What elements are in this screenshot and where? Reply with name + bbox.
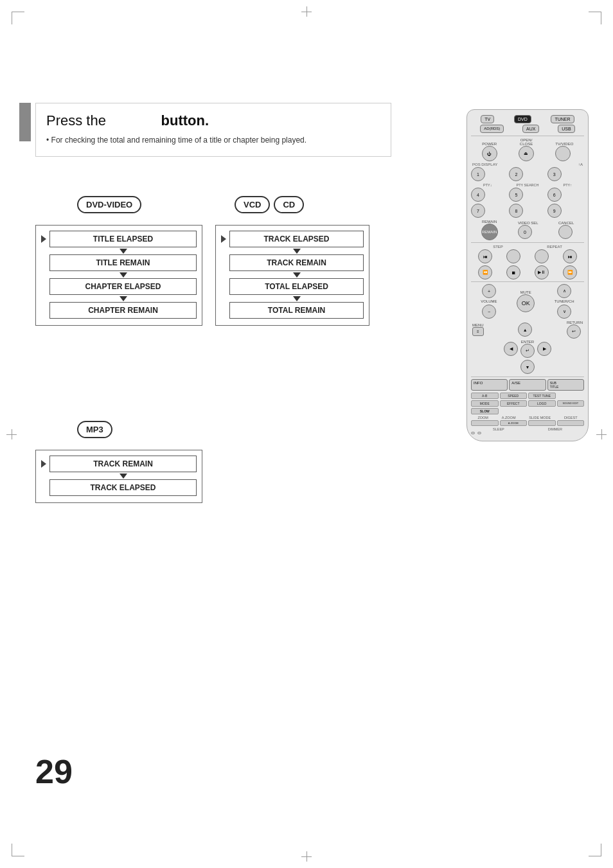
tuner-down-button[interactable]: ∨: [557, 305, 571, 319]
slide-mode-button[interactable]: [528, 420, 556, 426]
btn-4[interactable]: 4: [471, 188, 485, 202]
rds-button[interactable]: AD(RDS): [480, 125, 504, 133]
tv-button[interactable]: TV: [481, 115, 494, 123]
vcd-arrow-right-icon: [221, 235, 226, 243]
mp3-panel: MP3 TRACK REMAIN: [35, 421, 202, 503]
num-grid-2: 4 5 6: [471, 188, 584, 202]
extra-row-3: SLOW: [471, 408, 584, 414]
nav-left-button[interactable]: ◀: [504, 342, 518, 356]
vcd-badge: VCD: [235, 196, 270, 213]
azoom-button[interactable]: A.ZOOM: [500, 420, 528, 426]
mute-ok-button[interactable]: OK: [517, 294, 535, 312]
skip-back-button[interactable]: ⏪: [478, 265, 492, 279]
btn-3[interactable]: 3: [547, 167, 562, 181]
btn-8[interactable]: 8: [509, 204, 523, 218]
ab-button[interactable]: A-B: [471, 393, 499, 399]
stop-button[interactable]: ⏹: [506, 265, 520, 279]
menu-button[interactable]: ≡: [472, 327, 484, 336]
arrow-down-3: [41, 296, 197, 301]
step-label: STEP: [493, 245, 503, 249]
prev-button[interactable]: ⏮: [478, 249, 492, 263]
nav-cross-row: ◀ ENTER ↵ ▶: [471, 340, 584, 358]
down-arrow-icon-3: [120, 296, 127, 301]
nav-down-row: ▼: [471, 360, 584, 374]
power-button[interactable]: ⏻: [482, 146, 497, 161]
menu-return-row: MENU ≡ ▲ RETURN ↩: [471, 321, 584, 339]
tuner-up-button[interactable]: ∧: [557, 284, 571, 298]
info-button[interactable]: INFO: [471, 379, 508, 391]
open-close-button[interactable]: ⏏: [519, 146, 534, 161]
cd-badge: CD: [274, 196, 304, 213]
video-sel-label: VIDEO SEL: [518, 221, 538, 225]
tuner-button[interactable]: TUNER: [551, 115, 574, 123]
zoom-button[interactable]: [471, 420, 499, 426]
next-button[interactable]: ⏭: [563, 249, 577, 263]
enter-group: ENTER ↵: [520, 340, 535, 358]
repeat-button[interactable]: [535, 249, 549, 263]
divider-3: [471, 281, 584, 282]
dvd-badge-wrapper: DVD-VIDEO: [77, 196, 202, 220]
title-remain-box: TITLE REMAIN: [49, 254, 197, 271]
btn-2[interactable]: 2: [509, 167, 523, 181]
pty-search-label: PTY SEARCH: [516, 183, 538, 187]
effect-button[interactable]: EFFECT: [500, 400, 528, 407]
usb-button[interactable]: USB: [558, 125, 574, 133]
menu-group: MENU ≡: [472, 323, 484, 336]
vcd-arrow-down-2: [221, 272, 364, 278]
slow-button[interactable]: SLOW: [471, 408, 499, 414]
remote-body: TV DVD TUNER AD(RDS) AUX USB POWER ⏻ OPE…: [466, 109, 589, 441]
instruction-text: • For checking the total and remaining t…: [46, 134, 380, 146]
menu-label: MENU: [472, 323, 484, 327]
extra-row-2: MODE EFFECT LOGO SOUND EDIT: [471, 400, 584, 407]
vol-up-button[interactable]: +: [482, 284, 496, 298]
up-group: ▲: [518, 323, 532, 337]
speed-button[interactable]: SPEED: [500, 393, 528, 399]
volume-label: VOLUME: [481, 299, 497, 303]
btn-0[interactable]: 0: [518, 225, 532, 239]
nav-down-button[interactable]: ▼: [520, 360, 535, 374]
left-panel: DVD-VIDEO TITLE ELAPSED: [35, 196, 202, 326]
nav-up-button[interactable]: ▲: [518, 323, 532, 337]
instruction-box: Press the button. • For checking the tot…: [35, 103, 391, 157]
remain-button[interactable]: REMAIN: [481, 224, 498, 240]
test-tune-button[interactable]: TEST TUNE: [528, 393, 556, 399]
btn-9[interactable]: 9: [547, 204, 562, 218]
crosshair-left: [6, 429, 17, 439]
a-label: ↑A: [578, 163, 583, 166]
btn-5[interactable]: 5: [509, 188, 523, 202]
button-label: button.: [161, 112, 209, 128]
return-button[interactable]: ↩: [567, 324, 581, 339]
tv-video-group: TV/VIDEO: [555, 142, 573, 161]
digest-button[interactable]: [557, 420, 585, 426]
sound-edit-button[interactable]: SOUND EDIT: [557, 400, 585, 407]
sub-button[interactable]: SUBTITLE: [547, 379, 584, 391]
step-button[interactable]: [506, 249, 520, 263]
play-pause-button[interactable]: ▶⏸: [535, 265, 549, 279]
vcd-arrow-down-1: [221, 249, 364, 254]
mode-button[interactable]: MODE: [471, 400, 499, 407]
logo-button[interactable]: LOGO: [528, 400, 556, 407]
volume-group: + VOLUME −: [481, 284, 497, 319]
nav-right-button[interactable]: ▶: [537, 342, 551, 356]
vol-down-button[interactable]: −: [482, 305, 496, 319]
power-row: POWER ⏻ OPEN/CLOSE ⏏ TV/VIDEO: [471, 138, 584, 161]
tv-video-button[interactable]: [555, 146, 571, 161]
btn-7[interactable]: 7: [471, 204, 485, 218]
vcd-arrow-down-3: [221, 296, 364, 301]
btn-1[interactable]: 1: [471, 167, 485, 181]
sleep-button[interactable]: [471, 432, 475, 434]
power-group: POWER ⏻: [482, 142, 497, 161]
cancel-button[interactable]: [558, 225, 573, 239]
aux-button[interactable]: AUX: [522, 125, 539, 133]
skip-fwd-button[interactable]: ⏩: [563, 265, 577, 279]
num-grid: 1 2 3: [471, 167, 584, 181]
dvd-video-badge: DVD-VIDEO: [77, 196, 141, 213]
dvd-button[interactable]: DVD: [514, 115, 531, 123]
a-se-button[interactable]: A/SE: [509, 379, 546, 391]
chapter-elapsed-row: CHAPTER ELAPSED: [41, 278, 197, 295]
btn-6[interactable]: 6: [547, 188, 562, 202]
dimmer-button[interactable]: [477, 432, 481, 434]
pos-display-row: POS DISPLAY ↑A: [471, 163, 584, 166]
enter-button[interactable]: ↵: [520, 344, 535, 358]
mute-group: MUTE OK: [517, 290, 535, 312]
